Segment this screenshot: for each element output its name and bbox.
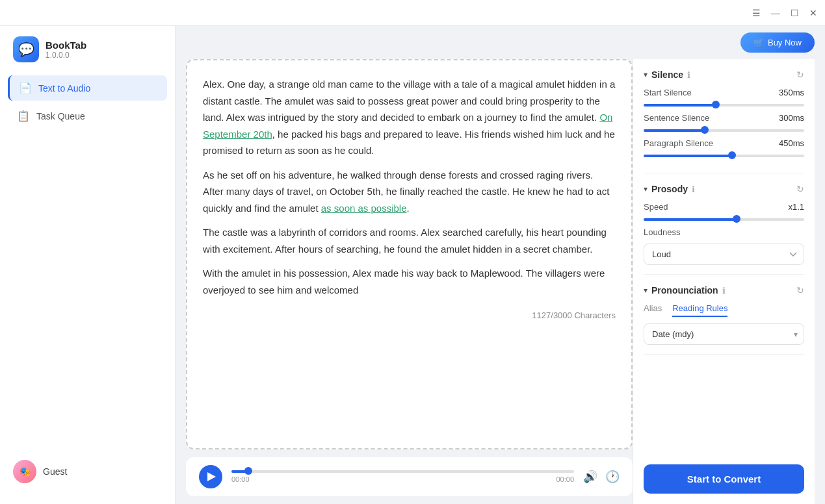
prosody-section-header: ▾ Prosody ℹ ↻ bbox=[644, 184, 804, 194]
speed-value: x1.1 bbox=[788, 202, 804, 212]
start-silence-value: 350ms bbox=[779, 88, 804, 97]
prosody-reset-icon[interactable]: ↻ bbox=[796, 184, 804, 194]
text-editor[interactable]: Alex. One day, a strange old man came to… bbox=[186, 59, 633, 449]
cart-icon: 🛒 bbox=[753, 38, 764, 47]
start-silence-thumb bbox=[712, 101, 720, 108]
app-body: 💬 BookTab 1.0.0.0 📄 Text to Audio 📋 Task… bbox=[0, 26, 825, 504]
pronunciation-info-icon[interactable]: ℹ bbox=[722, 286, 726, 296]
right-panel: ▾ Silence ℹ ↻ Start Silence 350ms bbox=[633, 59, 815, 504]
user-avatar: 🎭 bbox=[13, 460, 36, 483]
time-current: 00:00 bbox=[231, 475, 250, 483]
sidebar-nav: 📄 Text to Audio 📋 Task Queue bbox=[0, 75, 175, 129]
prosody-title: Prosody bbox=[651, 184, 688, 194]
text-paragraph-4: With the amulet in his possession, Alex … bbox=[203, 265, 616, 298]
sidebar-item-task-queue[interactable]: 📋 Task Queue bbox=[8, 103, 167, 129]
sentence-silence-thumb bbox=[701, 126, 709, 134]
menu-icon[interactable]: ☰ bbox=[752, 8, 761, 18]
sidebar-item-label-task-queue: Task Queue bbox=[36, 111, 85, 121]
prosody-section: ▾ Prosody ℹ ↻ Speed x1.1 bbox=[644, 184, 804, 275]
silence-chevron[interactable]: ▾ bbox=[644, 70, 648, 79]
tab-reading-rules[interactable]: Reading Rules bbox=[672, 303, 727, 317]
logo-icon: 💬 bbox=[13, 36, 39, 62]
paragraph-silence-value: 450ms bbox=[779, 138, 804, 148]
text-content-1: Alex. One day, a strange old man came to… bbox=[203, 79, 615, 123]
sidebar-user: 🎭 Guest bbox=[0, 449, 175, 494]
loudness-row: Loudness bbox=[644, 227, 804, 237]
char-count: 1127/3000 Characters bbox=[203, 306, 616, 323]
start-convert-button[interactable]: Start to Convert bbox=[644, 464, 804, 494]
pronunciation-title-group: ▾ Pronounciation ℹ bbox=[644, 285, 726, 296]
silence-section-header: ▾ Silence ℹ ↻ bbox=[644, 69, 804, 80]
user-name: Guest bbox=[43, 466, 67, 477]
task-queue-icon: 📋 bbox=[17, 110, 30, 122]
speed-fill bbox=[644, 218, 737, 221]
top-bar: 🛒 Buy Now bbox=[176, 26, 825, 59]
pronunciation-reset-icon[interactable]: ↻ bbox=[796, 285, 804, 296]
progress-fill bbox=[231, 470, 248, 473]
text-content-4: . bbox=[407, 203, 410, 214]
speed-thumb bbox=[733, 215, 740, 223]
pronunciation-tabs: Alias Reading Rules bbox=[644, 303, 804, 317]
window-controls: ☰ — ☐ ✕ bbox=[752, 8, 817, 18]
silence-info-icon[interactable]: ℹ bbox=[687, 70, 690, 80]
buy-now-button[interactable]: 🛒 Buy Now bbox=[740, 32, 815, 53]
prosody-title-group: ▾ Prosody ℹ bbox=[644, 184, 695, 194]
buy-now-label: Buy Now bbox=[768, 38, 802, 47]
date-select-wrapper: Date (mdy) Date (dmy) Date (ymd) ▾ bbox=[644, 323, 804, 345]
paragraph-silence-track[interactable] bbox=[644, 155, 804, 157]
titlebar: ☰ — ☐ ✕ bbox=[0, 0, 825, 26]
sidebar-item-label-text-to-audio: Text to Audio bbox=[38, 83, 90, 94]
editor-panel: Alex. One day, a strange old man came to… bbox=[186, 59, 633, 504]
minimize-icon[interactable]: — bbox=[771, 8, 780, 18]
start-silence-fill bbox=[644, 104, 716, 107]
audio-player: 00:00 00:00 🔊 🕐 bbox=[186, 457, 633, 496]
silence-title: Silence bbox=[651, 69, 683, 80]
speed-track[interactable] bbox=[644, 218, 804, 221]
text-paragraph-1: Alex. One day, a strange old man came to… bbox=[203, 76, 616, 159]
content-area: 🛒 Buy Now Alex. One day, a strange old m… bbox=[176, 26, 825, 504]
sentence-silence-fill bbox=[644, 129, 705, 132]
time-total: 00:00 bbox=[556, 475, 574, 483]
text-paragraph-2: As he set off on his adventure, he walke… bbox=[203, 167, 616, 217]
silence-section: ▾ Silence ℹ ↻ Start Silence 350ms bbox=[644, 69, 804, 173]
play-button[interactable] bbox=[199, 465, 222, 488]
date-select[interactable]: Date (mdy) Date (dmy) Date (ymd) bbox=[644, 323, 804, 345]
app-version: 1.0.0.0 bbox=[46, 51, 86, 60]
audio-controls: 🔊 🕐 bbox=[583, 470, 620, 484]
volume-icon[interactable]: 🔊 bbox=[583, 470, 597, 484]
prosody-chevron[interactable]: ▾ bbox=[644, 184, 648, 194]
silence-title-group: ▾ Silence ℹ bbox=[644, 69, 690, 80]
paragraph-silence-thumb bbox=[728, 151, 736, 159]
paragraph-silence-row: Paragraph Silence 450ms bbox=[644, 138, 804, 148]
progress-bar[interactable] bbox=[231, 470, 574, 473]
app-logo: 💬 BookTab 1.0.0.0 bbox=[0, 36, 175, 75]
text-content-6: With the amulet in his possession, Alex … bbox=[203, 268, 605, 296]
progress-thumb bbox=[244, 467, 252, 475]
app-name: BookTab bbox=[46, 40, 86, 51]
sentence-silence-row: Sentence Silence 300ms bbox=[644, 113, 804, 123]
start-silence-label: Start Silence bbox=[644, 88, 692, 97]
start-silence-track[interactable] bbox=[644, 104, 804, 107]
text-content-5: The castle was a labyrinth of corridors … bbox=[203, 227, 607, 255]
prosody-info-icon[interactable]: ℹ bbox=[692, 184, 695, 194]
time-labels: 00:00 00:00 bbox=[231, 475, 574, 483]
pronunciation-section-header: ▾ Pronounciation ℹ ↻ bbox=[644, 285, 804, 296]
silence-reset-icon[interactable]: ↻ bbox=[796, 69, 804, 80]
sidebar-item-text-to-audio[interactable]: 📄 Text to Audio bbox=[8, 75, 167, 101]
speed-row: Speed x1.1 bbox=[644, 202, 804, 212]
history-icon[interactable]: 🕐 bbox=[605, 470, 620, 484]
loudness-select[interactable]: Soft Medium Loud Very Loud bbox=[644, 244, 804, 265]
start-silence-row: Start Silence 350ms bbox=[644, 88, 804, 97]
main-content: Alex. One day, a strange old man came to… bbox=[176, 59, 825, 504]
maximize-icon[interactable]: ☐ bbox=[791, 8, 799, 18]
pronunciation-chevron[interactable]: ▾ bbox=[644, 286, 648, 295]
sentence-silence-value: 300ms bbox=[779, 113, 804, 123]
speed-label: Speed bbox=[644, 202, 668, 212]
sentence-silence-track[interactable] bbox=[644, 129, 804, 132]
loudness-label: Loudness bbox=[644, 227, 680, 237]
text-link-asap[interactable]: as soon as possible bbox=[321, 203, 407, 214]
close-icon[interactable]: ✕ bbox=[809, 8, 817, 18]
tab-alias[interactable]: Alias bbox=[644, 303, 662, 317]
sidebar: 💬 BookTab 1.0.0.0 📄 Text to Audio 📋 Task… bbox=[0, 26, 176, 504]
progress-bar-container: 00:00 00:00 bbox=[231, 470, 574, 483]
